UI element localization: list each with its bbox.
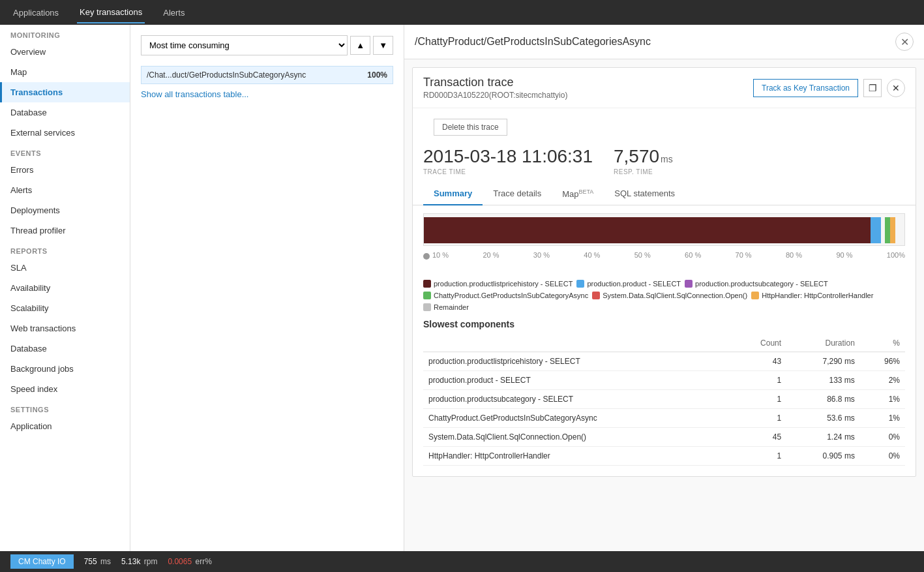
legend-color-2	[685, 280, 693, 288]
trace-container: Transaction trace RD000D3A105220(ROOT:si…	[412, 67, 916, 477]
sidebar-item-database[interactable]: Database	[0, 102, 130, 123]
row-name: production.productsubcategory - SELECT	[423, 390, 732, 409]
table-row[interactable]: production.product - SELECT 1 133 ms 2%	[423, 371, 905, 390]
expand-button[interactable]: ❐	[863, 79, 882, 97]
tab-trace-details[interactable]: Trace details	[483, 183, 552, 205]
col-header-name	[423, 335, 732, 352]
sidebar-item-sla[interactable]: SLA	[0, 258, 130, 278]
row-duration: 0.905 ms	[786, 447, 860, 466]
trace-subtitle: RD000D3A105220(ROOT:sitecmchattyio)	[423, 91, 567, 100]
row-name: System.Data.SqlClient.SqlConnection.Open…	[423, 428, 732, 447]
trace-title: Transaction trace	[423, 76, 567, 89]
table-row[interactable]: HttpHandler: HttpControllerHandler 1 0.9…	[423, 447, 905, 466]
trace-time-label: TRACE TIME	[423, 168, 593, 175]
legend-color-1	[576, 280, 584, 288]
row-name: production.productlistpricehistory - SEL…	[423, 352, 732, 371]
sidebar-item-external-services[interactable]: External services	[0, 123, 130, 143]
transaction-pct: 100%	[367, 70, 387, 80]
filter-sort-desc[interactable]: ▼	[373, 36, 393, 55]
sidebar-section-monitoring: MONITORING	[0, 25, 130, 42]
sidebar-section-events: EVENTS	[0, 143, 130, 160]
row-count: 43	[732, 352, 786, 371]
tab-map[interactable]: MapBETA	[552, 183, 604, 205]
legend-item-4: System.Data.SqlClient.SqlConnection.Open…	[592, 292, 747, 299]
legend-color-6	[423, 303, 431, 311]
table-row[interactable]: System.Data.SqlClient.SqlConnection.Open…	[423, 428, 905, 447]
chart-bar-blue	[871, 217, 881, 243]
row-name: ChattyProduct.GetProductsInSubCategoryAs…	[423, 409, 732, 428]
filter-sort-asc[interactable]: ▲	[350, 36, 370, 55]
show-all-link[interactable]: Show all transactions table...	[141, 89, 248, 99]
sidebar-item-alerts[interactable]: Alerts	[0, 180, 130, 200]
slowest-components-title: Slowest components	[423, 319, 905, 329]
bottom-app-name[interactable]: CM Chatty IO	[10, 554, 74, 569]
legend-item-1: production.product - SELECT	[576, 280, 681, 288]
panel-close-button[interactable]: ✕	[895, 33, 914, 51]
track-as-key-transaction-button[interactable]: Track as Key Transaction	[753, 79, 858, 97]
legend-item-6: Remainder	[423, 303, 469, 311]
legend-label-3: ChattyProduct.GetProductsInSubCategoryAs…	[434, 292, 588, 299]
nav-key-transactions[interactable]: Key transactions	[77, 2, 145, 23]
row-duration: 133 ms	[786, 371, 860, 390]
top-navigation: Applications Key transactions Alerts	[0, 0, 924, 25]
sidebar-item-errors[interactable]: Errors	[0, 160, 130, 180]
bottom-stat-ms: 755 ms	[84, 557, 111, 566]
legend-label-4: System.Data.SqlClient.SqlConnection.Open…	[603, 292, 747, 299]
tabs: Summary Trace details MapBETA SQL statem…	[413, 183, 916, 205]
sidebar-item-scalability[interactable]: Scalability	[0, 298, 130, 318]
sidebar-item-speed-index[interactable]: Speed index	[0, 379, 130, 399]
row-count: 1	[732, 409, 786, 428]
components-section: Slowest components Count Duration %	[413, 319, 916, 476]
col-header-count: Count	[732, 335, 786, 352]
sidebar-item-map[interactable]: Map	[0, 62, 130, 82]
sidebar-item-deployments[interactable]: Deployments	[0, 200, 130, 220]
chart-area: 10 %20 %30 %40 %50 %60 %70 %80 %90 %100%	[413, 205, 916, 280]
sidebar-item-database-reports[interactable]: Database	[0, 339, 130, 359]
sidebar-item-overview[interactable]: Overview	[0, 42, 130, 62]
table-row[interactable]: production.productsubcategory - SELECT 1…	[423, 390, 905, 409]
tab-summary[interactable]: Summary	[423, 183, 483, 205]
sidebar-item-application[interactable]: Application	[0, 416, 130, 436]
sidebar-item-thread-profiler[interactable]: Thread profiler	[0, 220, 130, 241]
row-name: production.product - SELECT	[423, 371, 732, 390]
right-panel: /ChattyProduct/GetProductsInSubCategorie…	[404, 25, 924, 572]
sidebar-item-web-transactions[interactable]: Web transactions	[0, 318, 130, 339]
row-pct: 1%	[860, 390, 905, 409]
row-count: 1	[732, 371, 786, 390]
nav-alerts[interactable]: Alerts	[160, 3, 187, 23]
legend-label-2: production.productsubcategory - SELECT	[695, 280, 828, 288]
bottom-bar: CM Chatty IO 755 ms 5.13k rpm 0.0065 err…	[0, 551, 924, 572]
row-count: 1	[732, 390, 786, 409]
resp-time-unit: ms	[661, 154, 673, 164]
panel-title: /ChattyProduct/GetProductsInSubCategorie…	[415, 36, 651, 48]
row-pct: 96%	[860, 352, 905, 371]
row-pct: 0%	[860, 428, 905, 447]
chart-ticks: 10 %20 %30 %40 %50 %60 %70 %80 %90 %100%	[432, 248, 905, 262]
legend-item-5: HttpHandler: HttpControllerHandler	[751, 292, 873, 299]
legend-color-4	[592, 292, 600, 299]
sidebar-item-background-jobs[interactable]: Background jobs	[0, 359, 130, 379]
delete-trace-button[interactable]: Delete this trace	[434, 119, 507, 136]
trace-close-button[interactable]: ✕	[887, 79, 905, 97]
row-duration: 1.24 ms	[786, 428, 860, 447]
table-row[interactable]: production.productlistpricehistory - SEL…	[423, 352, 905, 371]
chart-bar-yellow	[890, 217, 895, 243]
chart-bar-container	[423, 213, 905, 246]
row-count: 1	[732, 447, 786, 466]
tab-sql-statements[interactable]: SQL statements	[604, 183, 685, 205]
sidebar-item-transactions[interactable]: Transactions	[0, 82, 130, 102]
filter-select[interactable]: Most time consuming	[141, 35, 348, 55]
row-duration: 53.6 ms	[786, 409, 860, 428]
row-pct: 2%	[860, 371, 905, 390]
table-row[interactable]: ChattyProduct.GetProductsInSubCategoryAs…	[423, 409, 905, 428]
row-name: HttpHandler: HttpControllerHandler	[423, 447, 732, 466]
transaction-bar-item[interactable]: /Chat...duct/GetProductsInSubCategoryAsy…	[141, 66, 393, 84]
nav-applications[interactable]: Applications	[10, 3, 61, 23]
col-header-duration: Duration	[786, 335, 860, 352]
sidebar: MONITORING Overview Map Transactions Dat…	[0, 25, 130, 572]
transaction-name: /Chat...duct/GetProductsInSubCategoryAsy…	[147, 70, 367, 80]
col-header-pct: %	[860, 335, 905, 352]
sidebar-item-availability[interactable]: Availability	[0, 278, 130, 298]
legend-color-3	[423, 292, 431, 299]
sidebar-section-reports: REPORTS	[0, 241, 130, 258]
